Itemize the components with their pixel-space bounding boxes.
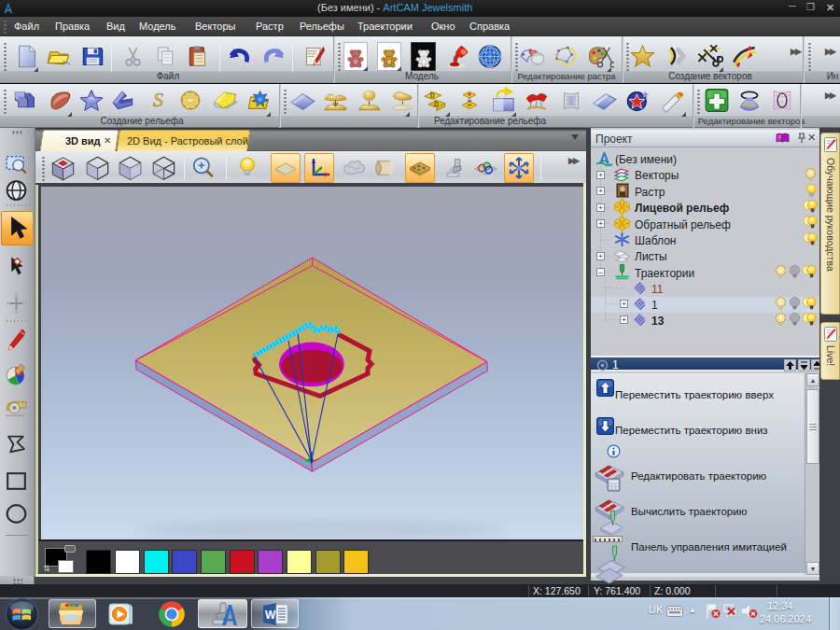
svg-text:W: W <box>265 609 276 622</box>
